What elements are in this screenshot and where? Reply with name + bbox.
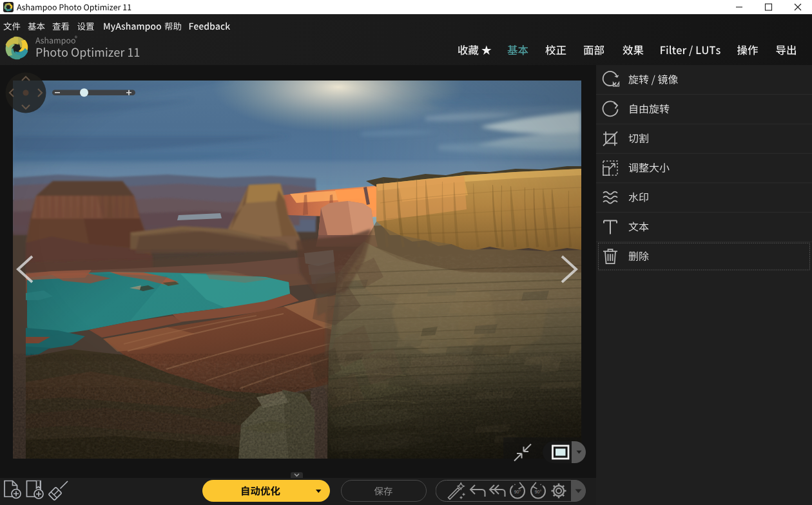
svg-text:90°: 90°: [514, 490, 521, 494]
svg-text:90°: 90°: [535, 490, 542, 494]
